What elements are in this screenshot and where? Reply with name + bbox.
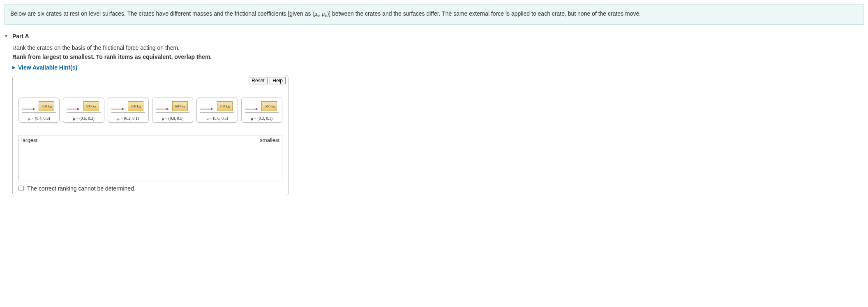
- crate-mass: 600 kg: [172, 101, 188, 111]
- surface-line: [111, 112, 145, 113]
- crate-item[interactable]: 250 kg μ = (0.2, 0.1): [108, 98, 149, 123]
- surface-line: [156, 112, 189, 113]
- crate-item[interactable]: 750 kg μ = (0.6, 0.5): [196, 98, 238, 123]
- crate-item[interactable]: 1500 kg μ = (0.3, 0.1): [241, 98, 282, 123]
- crate-mass: 1500 kg: [261, 101, 277, 111]
- svg-marker-9: [211, 108, 213, 110]
- intro-text-after: ] between the crates and the surfaces di…: [329, 10, 641, 17]
- svg-marker-1: [33, 108, 35, 110]
- surface-line: [67, 112, 100, 113]
- crate-mu: μ = (0.2, 0.1): [110, 116, 147, 121]
- force-arrow-icon: [156, 107, 169, 111]
- instruction-line-1: Rank the crates on the basis of the fric…: [12, 44, 864, 51]
- cannot-determine-row: The correct ranking cannot be determined…: [13, 185, 288, 196]
- force-arrow-icon: [245, 107, 258, 111]
- help-button[interactable]: Help: [270, 77, 286, 84]
- surface-line: [245, 112, 279, 113]
- crate-mu: μ = (0.4, 0.3): [21, 116, 58, 121]
- crate-mu: μ = (0.8, 0.5): [154, 116, 191, 121]
- hint-link-text: View Available Hint(s): [18, 64, 77, 71]
- crate-item[interactable]: 600 kg μ = (0.8, 0.5): [152, 98, 193, 123]
- surface-line: [200, 112, 234, 113]
- crate-graphic: 750 kg: [21, 100, 58, 114]
- part-label: Part A: [12, 33, 29, 40]
- cannot-determine-label: The correct ranking cannot be determined…: [27, 185, 136, 192]
- reset-button[interactable]: Reset: [249, 77, 267, 84]
- crate-mass: 250 kg: [128, 101, 143, 111]
- problem-intro: Below are six crates at rest on level su…: [4, 4, 864, 25]
- dropzone-left-label: largest: [21, 137, 37, 143]
- force-arrow-icon: [67, 107, 80, 111]
- force-arrow-icon: [22, 107, 35, 111]
- svg-marker-3: [77, 108, 80, 110]
- crate-graphic: 600 kg: [154, 100, 191, 114]
- surface-line: [22, 112, 56, 113]
- crate-mass: 750 kg: [217, 101, 233, 111]
- crate-graphic: 500 kg: [65, 100, 102, 114]
- crate-mu: μ = (0.3, 0.1): [243, 116, 280, 121]
- mu-formula: (μs, μk): [312, 11, 329, 17]
- caret-down-icon: ▼: [4, 34, 8, 38]
- svg-marker-11: [256, 108, 258, 110]
- crate-mass: 500 kg: [83, 101, 99, 111]
- crate-mu: μ = (0.6, 0.3): [65, 116, 102, 121]
- svg-marker-5: [122, 108, 125, 110]
- force-arrow-icon: [200, 107, 213, 111]
- part-a-header[interactable]: ▼ Part A: [4, 33, 864, 40]
- instruction-line-2: Rank from largest to smallest. To rank i…: [12, 53, 864, 60]
- crate-mu: μ = (0.6, 0.5): [199, 116, 235, 121]
- intro-text-before: Below are six crates at rest on level su…: [10, 10, 312, 17]
- ranking-drop-zone[interactable]: largest smallest: [18, 135, 282, 181]
- ranking-widget: Reset Help 750 kg μ = (0.4, 0.3): [12, 75, 289, 196]
- crate-graphic: 1500 kg: [243, 100, 280, 114]
- part-a-body: Rank the crates on the basis of the fric…: [12, 44, 864, 196]
- crate-graphic: 250 kg: [110, 100, 147, 114]
- crate-graphic: 750 kg: [199, 100, 235, 114]
- view-hints-link[interactable]: ▶ View Available Hint(s): [12, 64, 77, 71]
- crate-item[interactable]: 750 kg μ = (0.4, 0.3): [18, 98, 60, 123]
- cannot-determine-checkbox[interactable]: [18, 186, 24, 191]
- crate-items-row: 750 kg μ = (0.4, 0.3) 500 kg μ = (0.6, 0…: [13, 85, 288, 131]
- dropzone-right-label: smallest: [260, 137, 279, 143]
- widget-toolbar: Reset Help: [13, 75, 288, 85]
- crate-item[interactable]: 500 kg μ = (0.6, 0.3): [63, 98, 104, 123]
- force-arrow-icon: [111, 107, 125, 111]
- caret-right-icon: ▶: [12, 65, 16, 70]
- crate-mass: 750 kg: [39, 101, 54, 111]
- svg-marker-7: [166, 108, 169, 110]
